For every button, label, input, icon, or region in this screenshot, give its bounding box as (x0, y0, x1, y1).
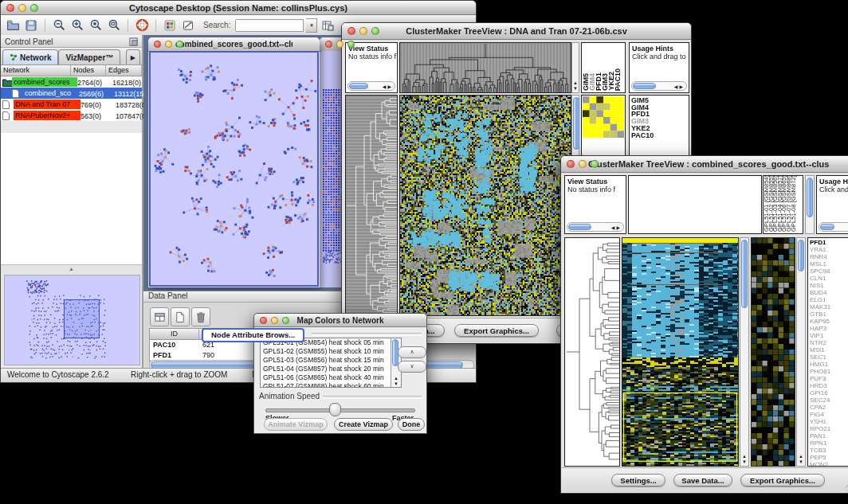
network-table-row[interactable]: DNA and Tran 07769(0)183728(0) (1, 99, 142, 110)
gene-label[interactable]: NIS1 (808, 282, 848, 289)
gene-dendrogram-canvas[interactable] (346, 96, 397, 315)
create-vizmap-button[interactable]: Create Vizmap (334, 418, 393, 431)
scrollbar-arrows[interactable]: ◀▶ (674, 84, 685, 89)
gene-label[interactable]: RPO21 (808, 425, 848, 432)
settings-button[interactable]: Settings... (611, 474, 665, 486)
gene-label[interactable]: PEP5 (808, 454, 848, 461)
open-file-icon[interactable] (5, 18, 21, 33)
tab-overflow-arrow[interactable]: ▶ (126, 49, 140, 64)
close-button[interactable] (347, 27, 355, 35)
network-table-row[interactable]: RNAPuberNov2+563(0)107847(0) (1, 110, 142, 121)
expression-heatmap-canvas[interactable] (400, 96, 571, 315)
gene-label[interactable]: MSI1 (808, 346, 848, 354)
view-status-hscrollbar[interactable]: ◀▶ (347, 81, 395, 91)
gene-label[interactable]: PUF3 (808, 375, 848, 382)
zoom-button[interactable] (30, 4, 38, 12)
similarity-matrix-canvas[interactable] (583, 96, 624, 138)
network-graph-canvas[interactable] (151, 53, 317, 287)
scrollbar-thumb[interactable] (807, 178, 813, 217)
gene-label[interactable]: PAN1 (808, 432, 848, 440)
gene-label[interactable]: SEC1 (808, 354, 848, 361)
node-attribute-browser-tab[interactable]: Node Attribute Brows... (202, 328, 304, 342)
gene-label[interactable]: MAK31 (808, 303, 848, 311)
column-header-nodes[interactable]: Nodes (71, 65, 106, 76)
gene-label[interactable]: TCB3 (808, 447, 848, 454)
zoom-vscrollbar[interactable]: ▲▼ (796, 237, 806, 467)
column-header-edges[interactable]: Edges (106, 65, 142, 76)
scrollbar-thumb[interactable] (741, 240, 748, 308)
network-table-row[interactable]: combined_scores2764(0)16218(0) (1, 76, 142, 88)
usage-hints-hscrollbar[interactable]: ◀▶ (631, 81, 687, 91)
gene-label[interactable]: FIG4 (808, 411, 848, 418)
vizmapper-icon[interactable] (162, 18, 178, 33)
gene-label[interactable]: NTR2 (808, 339, 848, 346)
gene-label[interactable]: GPI16 (808, 389, 848, 397)
gene-label[interactable]: YSH1 (808, 418, 848, 425)
scrollbar-thumb[interactable] (573, 97, 579, 150)
close-button[interactable] (325, 41, 332, 48)
dialog-title-bar[interactable]: Map Colors to Network (254, 314, 426, 327)
column-dendrogram-canvas[interactable] (400, 43, 571, 92)
scrollbar-thumb[interactable] (820, 224, 834, 230)
animate-vizmap-button[interactable]: Animate Vizmap (264, 418, 328, 431)
network-overview-thumbnail[interactable] (4, 275, 140, 365)
gene-dendrogram-canvas[interactable] (565, 238, 619, 466)
minimize-button[interactable] (336, 41, 344, 48)
minimize-button[interactable] (359, 27, 367, 35)
gene-label[interactable]: CPA2 (808, 404, 848, 411)
attribute-item[interactable]: GPL51-06 (GSM865) heat shock 40 min (261, 373, 401, 382)
scrollbar-arrows[interactable]: ▲▼ (740, 454, 748, 465)
scrollbar-arrows[interactable]: ▲▼ (391, 376, 401, 387)
attribute-listbox[interactable]: GPL51-01 (GSM854) heat shock 05 minGPL51… (260, 338, 402, 388)
zoom-button[interactable] (591, 160, 599, 168)
minimize-button[interactable] (579, 160, 587, 168)
close-button[interactable] (260, 317, 267, 324)
view-status-hscrollbar[interactable]: ◀▶ (567, 222, 624, 232)
zoom-button[interactable] (176, 41, 183, 48)
array-column-label[interactable]: GPL51-08 (GSM872) (791, 175, 796, 232)
column-header-id[interactable]: ID (150, 329, 199, 339)
heatmap-vscrollbar[interactable]: ▲▼ (740, 237, 749, 467)
treeview2-title-bar[interactable]: ClusterMaker TreeView : combined_scores_… (561, 156, 848, 173)
column-tree-vscrollbar[interactable]: ▲▼ (571, 42, 579, 93)
new-attribute-icon[interactable] (171, 307, 190, 326)
attribute-select-icon[interactable] (150, 307, 169, 326)
done-button[interactable]: Done (398, 418, 425, 431)
move-up-button[interactable]: ∧ (398, 346, 426, 358)
gene-label[interactable]: PAC10 (630, 132, 689, 139)
minimize-button[interactable] (271, 317, 278, 324)
close-button[interactable] (567, 160, 575, 168)
column-dendrogram-panel[interactable] (628, 175, 762, 234)
zoom-fit-icon[interactable] (106, 18, 122, 33)
zoom-selected-icon[interactable] (88, 18, 104, 33)
attribute-item[interactable]: GPL51-02 (GSM855) heat shock 10 min (261, 347, 401, 356)
minimize-button[interactable] (165, 41, 172, 48)
main-title-bar[interactable]: Cytoscape Desktop (Session Name: collins… (1, 1, 476, 15)
zoom-button[interactable] (347, 41, 355, 48)
gene-label[interactable]: RNR4 (808, 253, 848, 260)
network-table-row[interactable]: combined_sco2569(6)13112(15) (1, 88, 142, 99)
gene-label[interactable]: YRA1 (808, 246, 848, 253)
gene-label[interactable]: PFD1 (808, 239, 848, 246)
zoom-in-icon[interactable] (69, 18, 85, 33)
zoom-heatmap-canvas[interactable] (752, 238, 795, 466)
zoom-button[interactable] (371, 27, 379, 35)
scrollbar-arrows[interactable]: ◀▶ (611, 225, 622, 230)
minimize-button[interactable] (18, 4, 26, 12)
close-button[interactable] (6, 4, 14, 12)
tab-vizmapper[interactable]: VizMapper™ (58, 49, 120, 64)
annotation-icon[interactable] (180, 18, 196, 33)
expression-heatmap-canvas[interactable] (622, 238, 738, 466)
float-panel-icon[interactable] (129, 37, 138, 46)
export-graphics-button[interactable]: Export Graphics... (454, 324, 539, 337)
header-vscrollbar[interactable] (805, 175, 815, 234)
scrollbar-thumb[interactable] (798, 240, 804, 272)
gene-label[interactable]: PHO81 (808, 368, 848, 375)
gene-label[interactable]: MSL1 (808, 260, 848, 268)
gene-label[interactable]: CLN1 (808, 275, 848, 282)
gene-label[interactable]: RPN1 (808, 440, 848, 447)
tab-network[interactable]: Network (2, 49, 58, 64)
scrollbar-thumb[interactable] (568, 224, 591, 230)
save-data-button[interactable]: Save Data... (673, 474, 732, 486)
panel-splitter-handle[interactable]: ▲ (1, 265, 142, 274)
